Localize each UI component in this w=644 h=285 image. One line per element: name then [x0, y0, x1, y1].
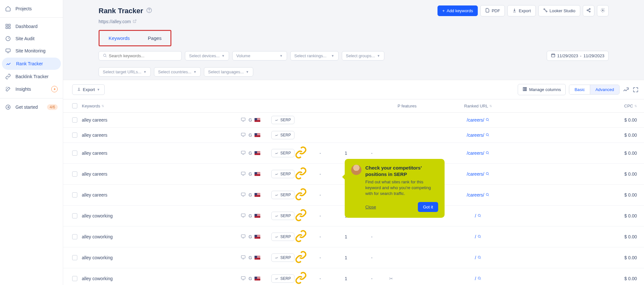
popover-gotit-button[interactable]: Got it	[418, 202, 438, 212]
row-checkbox[interactable]	[72, 117, 77, 123]
search-keywords-input[interactable]	[99, 51, 182, 61]
chevron-down-icon: ▼	[331, 54, 334, 58]
serp-button[interactable]: SERP	[271, 191, 294, 199]
ranked-url-link[interactable]: /careers/	[467, 117, 489, 123]
export-button-header[interactable]: Export	[507, 5, 536, 16]
cpc-value: $ 0.00	[607, 117, 639, 123]
sidebar-item-rank-tracker[interactable]: Rank Tracker	[2, 58, 61, 70]
help-icon[interactable]	[146, 7, 152, 14]
date-range-picker[interactable]: 11/29/2023 - 11/29/2023	[547, 51, 609, 61]
svg-point-23	[486, 133, 488, 136]
sidebar-item-insights[interactable]: Insights ✦	[0, 83, 63, 96]
column-keywords[interactable]: Keywords⇅	[82, 104, 294, 108]
sidebar-item-get-started[interactable]: Get started 4/6	[0, 101, 63, 113]
sidebar-item-site-monitoring[interactable]: Site Monitoring	[0, 45, 63, 57]
scissors-icon: ✂	[385, 276, 398, 281]
row-checkbox[interactable]	[72, 213, 77, 218]
sidebar-item-backlink-tracker[interactable]: Backlink Tracker	[0, 70, 63, 83]
filter-label: Select countries...	[158, 69, 191, 74]
tab-keywords[interactable]: Keywords	[100, 31, 139, 45]
share-button[interactable]	[583, 5, 594, 16]
serp-button[interactable]: SERP	[271, 116, 294, 124]
settings-button[interactable]	[597, 5, 609, 16]
select-devices[interactable]: Select devices...▼	[185, 51, 229, 60]
row-checkbox[interactable]	[72, 255, 77, 260]
insights-badge-icon: ✦	[51, 86, 58, 92]
ranked-url-link[interactable]: /careers/	[467, 133, 489, 138]
serp-button[interactable]: SERP	[271, 131, 294, 139]
select-volume[interactable]: Volume▼	[232, 51, 287, 60]
serp-button[interactable]: SERP	[271, 212, 294, 220]
magnify-icon	[485, 151, 489, 156]
svg-rect-18	[524, 87, 525, 91]
svg-rect-16	[551, 54, 555, 57]
advanced-toggle[interactable]: Advanced	[590, 85, 619, 94]
select-countries[interactable]: Select countries...▼	[154, 67, 201, 77]
search-field[interactable]	[109, 53, 178, 58]
select-languages[interactable]: Select languages...▼	[204, 67, 253, 77]
row-checkbox[interactable]	[72, 133, 77, 138]
sidebar-item-dashboard[interactable]: Dashboard	[0, 20, 63, 32]
export-table-button[interactable]: Export ▼	[72, 84, 105, 95]
popover-close-link[interactable]: Close	[365, 205, 376, 209]
us-flag-icon	[255, 235, 260, 239]
serp-button[interactable]: SERP	[271, 149, 294, 157]
us-flag-icon	[255, 193, 260, 197]
sidebar-item-projects[interactable]: Projects	[0, 3, 63, 15]
desktop-icon	[241, 171, 246, 177]
keyword-text: alley careers	[82, 192, 238, 198]
ranked-url-link[interactable]: /	[475, 234, 481, 239]
sidebar-item-site-audit[interactable]: Site Audit	[0, 32, 63, 45]
serp-label: SERP	[280, 214, 291, 218]
serp-button[interactable]: SERP	[271, 170, 294, 178]
ranked-url-link[interactable]: /	[475, 276, 481, 281]
looker-studio-button[interactable]: Looker Studio	[538, 5, 580, 16]
google-icon: G	[248, 234, 252, 239]
select-groups[interactable]: Select groups...▼	[342, 51, 384, 60]
column-serp-features[interactable]: P features	[398, 104, 430, 108]
serp-button[interactable]: SERP	[271, 253, 294, 262]
tab-pages[interactable]: Pages	[139, 31, 171, 45]
magnify-icon	[477, 255, 481, 260]
divider	[0, 98, 63, 98]
column-ranked-url[interactable]: Ranked URL⇅	[430, 104, 526, 108]
table-header: Keywords⇅ P features Ranked URL⇅ CPC⇅	[63, 99, 644, 113]
date-from: 11/29/2023	[557, 53, 578, 58]
select-all-checkbox[interactable]	[72, 103, 77, 108]
row-checkbox[interactable]	[72, 151, 77, 156]
svg-rect-28	[241, 193, 245, 195]
cpc-value: $ 0.00	[607, 133, 639, 138]
row-checkbox[interactable]	[72, 234, 77, 239]
google-icon: G	[248, 151, 252, 156]
select-target-urls[interactable]: Select target URLs...▼	[99, 67, 151, 77]
google-icon: G	[248, 255, 252, 260]
column-cpc[interactable]: CPC⇅	[607, 104, 639, 108]
dashboard-icon	[5, 23, 11, 29]
pdf-button[interactable]: PDF	[480, 5, 505, 16]
trend-icon	[6, 61, 12, 67]
domain-link[interactable]: https://alley.com	[99, 19, 137, 24]
sidebar-label: Site Monitoring	[15, 48, 45, 53]
chart-icon[interactable]	[623, 87, 629, 93]
arrow-right-icon	[5, 104, 11, 110]
ranked-url-link[interactable]: /careers/	[467, 192, 489, 198]
ranked-url-link[interactable]: /	[475, 213, 481, 218]
row-checkbox[interactable]	[72, 171, 77, 177]
row-checkbox[interactable]	[72, 192, 77, 198]
add-keywords-button[interactable]: + Add keywords	[437, 5, 478, 16]
serp-button[interactable]: SERP	[271, 233, 294, 241]
metric-cell: -	[307, 234, 333, 239]
select-rankings[interactable]: Select rankings...▼	[290, 51, 339, 60]
view-mode-toggle: Basic Advanced	[569, 85, 620, 95]
ranked-url-link[interactable]: /	[475, 255, 481, 260]
metric-cell: -	[307, 192, 333, 198]
url-text: /careers/	[467, 117, 484, 123]
google-icon: G	[248, 171, 252, 177]
serp-button[interactable]: SERP	[271, 274, 294, 283]
row-checkbox[interactable]	[72, 276, 77, 281]
basic-toggle[interactable]: Basic	[569, 85, 590, 94]
manage-columns-button[interactable]: Manage columns	[518, 84, 566, 95]
ranked-url-link[interactable]: /careers/	[467, 151, 489, 156]
ranked-url-link[interactable]: /careers/	[467, 171, 489, 177]
fullscreen-icon[interactable]	[632, 87, 639, 93]
